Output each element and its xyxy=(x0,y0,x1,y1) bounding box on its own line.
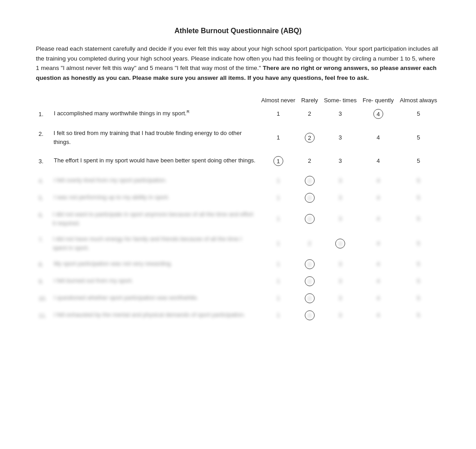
question-number-7: 7. xyxy=(39,235,50,252)
question-cell-10: 10.I questioned whether sport participat… xyxy=(36,290,258,307)
question-cell-8: 8.My sport participation was not very re… xyxy=(36,256,258,273)
questionnaire-table: Almost never Rarely Some- times Fre- que… xyxy=(36,95,440,324)
question-number-3: 3. xyxy=(39,156,51,166)
question-text-10: I questioned whether sport participation… xyxy=(54,293,198,303)
question-text-11: I felt exhausted by the mental and physi… xyxy=(54,310,245,320)
page-title: Athlete Burnout Questionnaire (ABQ) xyxy=(36,27,440,35)
scale-cell-q9-n5[interactable]: 5 xyxy=(397,273,440,290)
question-text-2: I felt so tired from my training that I … xyxy=(53,129,255,146)
question-text-5: I was not performing up to my ability in… xyxy=(54,193,169,203)
scale-cell-q1-n3[interactable]: 3 xyxy=(321,105,359,122)
scale-cell-q11-n5[interactable]: 5 xyxy=(397,307,440,324)
scale-cell-q5-n2[interactable]: 2 xyxy=(299,189,321,206)
scale-cell-q6-n5[interactable]: 5 xyxy=(397,206,440,231)
col-header-almost-always: Almost always xyxy=(397,95,440,105)
question-text-3: The effort I spent in my sport would hav… xyxy=(54,156,255,166)
scale-cell-q6-n1[interactable]: 1 xyxy=(258,206,298,231)
scale-cell-q1-n2[interactable]: 2 xyxy=(299,105,321,122)
scale-cell-q9-n1[interactable]: 1 xyxy=(258,273,298,290)
scale-cell-q4-n3[interactable]: 3 xyxy=(321,172,359,189)
scale-cell-q2-n4[interactable]: 4 xyxy=(359,125,397,150)
scale-cell-q2-n2[interactable]: 2 xyxy=(299,125,321,150)
scale-cell-q10-n1[interactable]: 1 xyxy=(258,290,298,307)
question-number-2: 2. xyxy=(39,129,51,146)
scale-cell-q4-n5[interactable]: 5 xyxy=(397,172,440,189)
scale-cell-q6-n3[interactable]: 3 xyxy=(321,206,359,231)
col-header-question xyxy=(36,95,258,105)
question-text-9: I felt burned out from my sport. xyxy=(54,276,133,286)
question-number-6: 6. xyxy=(39,210,50,227)
scale-cell-q8-n1[interactable]: 1 xyxy=(258,256,298,273)
scale-cell-q8-n4[interactable]: 4 xyxy=(359,256,397,273)
scale-cell-q10-n4[interactable]: 4 xyxy=(359,290,397,307)
scale-cell-q3-n5[interactable]: 5 xyxy=(397,153,440,170)
question-number-10: 10. xyxy=(39,293,51,303)
scale-cell-q11-n4[interactable]: 4 xyxy=(359,307,397,324)
scale-cell-q4-n1[interactable]: 1 xyxy=(258,172,298,189)
question-text-1: I accomplished many worthwhile things in… xyxy=(54,109,190,119)
scale-cell-q11-n2[interactable]: 2 xyxy=(299,307,321,324)
scale-cell-q7-n4[interactable]: 4 xyxy=(359,231,397,256)
scale-cell-q3-n3[interactable]: 3 xyxy=(321,153,359,170)
question-number-8: 8. xyxy=(39,259,51,269)
scale-cell-q2-n5[interactable]: 5 xyxy=(397,125,440,150)
question-number-11: 11. xyxy=(39,310,51,320)
scale-cell-q4-n2[interactable]: 2 xyxy=(299,172,321,189)
question-cell-7: 7.I did not have much energy for family … xyxy=(36,231,258,256)
scale-cell-q8-n5[interactable]: 5 xyxy=(397,256,440,273)
question-text-7: I did not have much energy for family an… xyxy=(53,235,255,252)
scale-cell-q7-n5[interactable]: 5 xyxy=(397,231,440,256)
scale-cell-q11-n1[interactable]: 1 xyxy=(258,307,298,324)
question-number-1: 1. xyxy=(39,109,51,119)
scale-cell-q7-n3[interactable]: 3 xyxy=(321,231,359,256)
scale-cell-q9-n2[interactable]: 2 xyxy=(299,273,321,290)
scale-cell-q3-n4[interactable]: 4 xyxy=(359,153,397,170)
scale-cell-q6-n4[interactable]: 4 xyxy=(359,206,397,231)
question-cell-1: 1.I accomplished many worthwhile things … xyxy=(36,105,258,122)
scale-cell-q10-n2[interactable]: 2 xyxy=(299,290,321,307)
question-text-4: I felt overly tired from my sport partic… xyxy=(54,176,167,186)
scale-cell-q11-n3[interactable]: 3 xyxy=(321,307,359,324)
scale-cell-q7-n2[interactable]: 2 xyxy=(299,231,321,256)
col-header-frequently: Fre- quently xyxy=(359,95,397,105)
question-cell-5: 5.I was not performing up to my ability … xyxy=(36,189,258,206)
scale-cell-q8-n3[interactable]: 3 xyxy=(321,256,359,273)
col-header-sometimes: Some- times xyxy=(321,95,359,105)
col-header-almost-never: Almost never xyxy=(258,95,298,105)
scale-cell-q5-n4[interactable]: 4 xyxy=(359,189,397,206)
question-cell-11: 11.I felt exhausted by the mental and ph… xyxy=(36,307,258,324)
scale-cell-q1-n1[interactable]: 1 xyxy=(258,105,298,122)
instructions: Please read each statement carefully and… xyxy=(36,44,440,83)
scale-cell-q5-n5[interactable]: 5 xyxy=(397,189,440,206)
question-cell-2: 2.I felt so tired from my training that … xyxy=(36,125,258,150)
scale-cell-q3-n1[interactable]: 1 xyxy=(258,153,298,170)
question-number-9: 9. xyxy=(39,276,51,286)
question-cell-4: 4.I felt overly tired from my sport part… xyxy=(36,172,258,189)
question-cell-9: 9.I felt burned out from my sport. xyxy=(36,273,258,290)
scale-cell-q7-n1[interactable]: 1 xyxy=(258,231,298,256)
scale-cell-q9-n3[interactable]: 3 xyxy=(321,273,359,290)
question-number-4: 4. xyxy=(39,176,51,186)
question-cell-3: 3.The effort I spent in my sport would h… xyxy=(36,153,258,170)
scale-cell-q2-n3[interactable]: 3 xyxy=(321,125,359,150)
scale-cell-q1-n5[interactable]: 5 xyxy=(397,105,440,122)
question-text-6: I did not want to participate in sport a… xyxy=(52,210,255,227)
scale-cell-q6-n2[interactable]: 2 xyxy=(299,206,321,231)
scale-cell-q4-n4[interactable]: 4 xyxy=(359,172,397,189)
col-header-rarely: Rarely xyxy=(299,95,321,105)
scale-cell-q10-n5[interactable]: 5 xyxy=(397,290,440,307)
scale-cell-q5-n1[interactable]: 1 xyxy=(258,189,298,206)
scale-cell-q3-n2[interactable]: 2 xyxy=(299,153,321,170)
question-number-5: 5. xyxy=(39,193,51,203)
scale-cell-q10-n3[interactable]: 3 xyxy=(321,290,359,307)
question-text-8: My sport participation was not very rewa… xyxy=(54,259,172,269)
scale-cell-q1-n4[interactable]: 4 xyxy=(359,105,397,122)
scale-cell-q2-n1[interactable]: 1 xyxy=(258,125,298,150)
scale-cell-q8-n2[interactable]: 2 xyxy=(299,256,321,273)
scale-cell-q9-n4[interactable]: 4 xyxy=(359,273,397,290)
question-cell-6: 6.I did not want to participate in sport… xyxy=(36,206,258,231)
scale-cell-q5-n3[interactable]: 3 xyxy=(321,189,359,206)
